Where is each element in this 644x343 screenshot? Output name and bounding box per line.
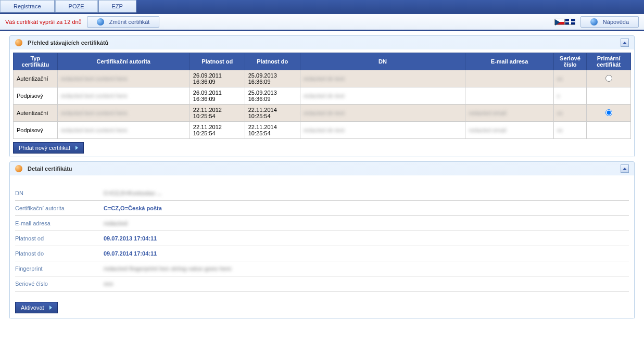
detail-label: Fingerprint [15, 265, 104, 272]
flag-gb-icon[interactable] [565, 19, 575, 25]
info-bar: Váš certifikát vyprší za 12 dnů Změnit c… [0, 12, 644, 31]
cell-primary [587, 122, 631, 139]
help-button[interactable]: Nápověda [580, 16, 639, 28]
panel-cert-detail: Detail certifikátu DN C=CZ,O=Kvetoslav .… [9, 161, 635, 319]
detail-row-dn: DN C=CZ,O=Kvetoslav ... [15, 186, 629, 201]
cell-type: Podpisový [14, 122, 58, 139]
help-icon [590, 18, 598, 26]
detail-value: redacted fingerprint hex string value go… [104, 265, 232, 272]
primary-radio[interactable] [605, 75, 612, 82]
cell-primary [587, 105, 631, 122]
table-row[interactable]: Podpisový redacted text content here 22.… [14, 122, 631, 139]
detail-label: Platnost do [15, 250, 104, 257]
cell-ca: redacted text content here [57, 70, 190, 87]
cert-expiry-warning: Váš certifikát vyprší za 12 dnů [5, 19, 82, 25]
table-row[interactable]: Autentizační redacted text content here … [14, 70, 631, 87]
detail-value: redacted [104, 220, 128, 226]
cell-type: Autentizační [14, 70, 58, 87]
globe-icon [97, 18, 104, 26]
detail-label: DN [15, 190, 104, 196]
detail-value: C=CZ,O=Česká pošta [104, 205, 162, 211]
th-ca: Certifikační autorita [57, 53, 190, 70]
cell-dn: redacted dn text [300, 87, 465, 105]
cell-to: 22.11.2014 10:25:54 [245, 105, 300, 122]
collapse-button[interactable] [621, 39, 629, 47]
detail-row-serial: Seriové číslo xxx [15, 276, 629, 291]
th-dn: DN [300, 53, 465, 70]
help-label: Nápověda [603, 19, 629, 25]
cell-dn: redacted dn text [300, 70, 465, 87]
th-email: E-mail adresa [465, 53, 553, 70]
cell-email: redacted email [465, 122, 553, 139]
th-valid-to: Platnost do [245, 53, 300, 70]
cell-primary [587, 87, 631, 105]
cell-dn: redacted dn text [300, 122, 465, 139]
collapse-button[interactable] [621, 164, 629, 173]
cell-to: 25.09.2013 16:36:09 [245, 70, 300, 87]
top-tabs: Registrace POZE EZP [0, 0, 644, 12]
cell-serial: xx [553, 70, 587, 87]
cell-email [465, 87, 553, 105]
table-row[interactable]: Podpisový redacted text content here 26.… [14, 87, 631, 105]
detail-label: Seriové číslo [15, 281, 104, 287]
cell-ca: redacted text content here [57, 105, 190, 122]
th-type: Typ certifikátu [14, 53, 58, 70]
table-row[interactable]: Autentizační redacted text content here … [14, 105, 631, 122]
detail-value: C=CZ,O=Kvetoslav ... [104, 190, 161, 196]
cell-type: Autentizační [14, 105, 58, 122]
language-flags [554, 19, 575, 25]
change-cert-label: Změnit certifikát [109, 19, 150, 25]
detail-label: Platnost od [15, 235, 104, 242]
cell-email [465, 70, 553, 87]
detail-row-valid-from: Platnost od 09.07.2013 17:04:11 [15, 231, 629, 246]
panel-header-overview: Přehled stávajících certifikátů [10, 36, 634, 49]
panel-icon [15, 165, 22, 172]
cell-from: 22.11.2012 10:25:54 [190, 105, 245, 122]
th-serial: Seriové číslo [553, 53, 587, 70]
cell-ca: redacted text content here [57, 87, 190, 105]
tab-poze[interactable]: POZE [55, 0, 98, 12]
cell-from: 22.11.2012 10:25:54 [190, 122, 245, 139]
primary-radio[interactable] [605, 109, 612, 116]
detail-value: 09.07.2013 17:04:11 [104, 235, 157, 242]
panel-header-detail: Detail certifikátu [10, 162, 634, 175]
cell-type: Podpisový [14, 87, 58, 105]
cell-primary [587, 70, 631, 87]
cell-to: 22.11.2014 10:25:54 [245, 122, 300, 139]
detail-row-email: E-mail adresa redacted [15, 216, 629, 231]
detail-row-valid-to: Platnost do 09.07.2014 17:04:11 [15, 246, 629, 261]
panel-icon [15, 39, 22, 46]
cell-from: 26.09.2011 16:36:09 [190, 70, 245, 87]
detail-row-ca: Certifikační autorita C=CZ,O=Česká pošta [15, 201, 629, 216]
cell-serial: x [553, 87, 587, 105]
cell-to: 25.09.2013 16:36:09 [245, 87, 300, 105]
cell-from: 26.09.2011 16:36:09 [190, 87, 245, 105]
cell-email: redacted email [465, 105, 553, 122]
cell-serial: xx [553, 122, 587, 139]
cert-table: Typ certifikátu Certifikační autorita Pl… [13, 53, 631, 139]
detail-row-fingerprint: Fingerprint redacted fingerprint hex str… [15, 261, 629, 276]
detail-value: 09.07.2014 17:04:11 [104, 250, 157, 257]
change-cert-button[interactable]: Změnit certifikát [87, 16, 160, 28]
activate-button[interactable]: Aktivovat [15, 302, 58, 313]
tab-ezp[interactable]: EZP [98, 0, 136, 12]
th-valid-from: Platnost od [190, 53, 245, 70]
flag-cz-icon[interactable] [554, 19, 565, 25]
th-primary: Primární certifikát [587, 53, 631, 70]
panel-title: Přehled stávajících certifikátů [28, 40, 108, 46]
cell-ca: redacted text content here [57, 122, 190, 139]
detail-label: Certifikační autorita [15, 205, 104, 211]
detail-value: xxx [104, 281, 113, 287]
add-cert-button[interactable]: Přidat nový certifikát [13, 142, 84, 154]
panel-cert-overview: Přehled stávajících certifikátů Typ cert… [9, 35, 635, 157]
cell-dn: redacted dn text [300, 105, 465, 122]
detail-label: E-mail adresa [15, 220, 104, 226]
panel-title: Detail certifikátu [28, 166, 72, 172]
cell-serial: xx [553, 105, 587, 122]
tab-registrace[interactable]: Registrace [0, 0, 55, 12]
